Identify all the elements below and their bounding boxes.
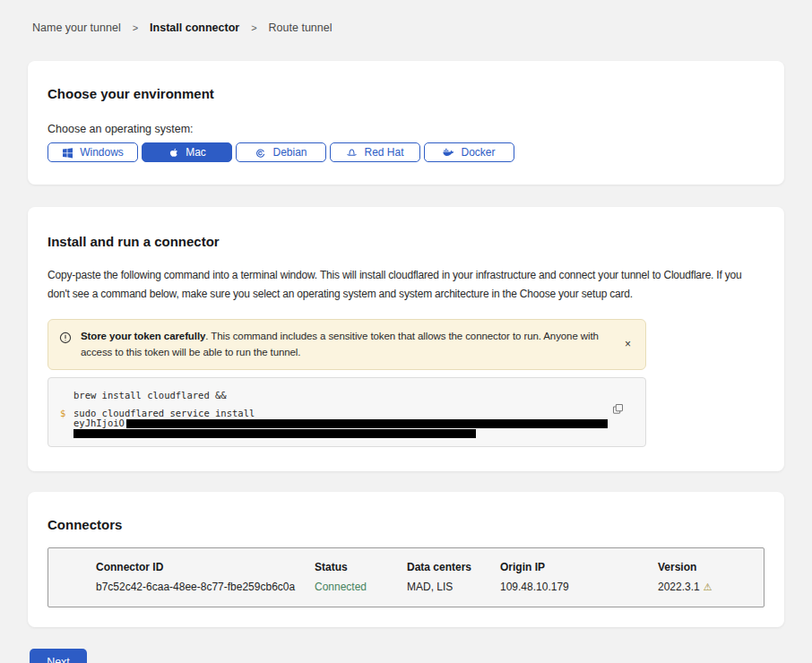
shell-prompt: $ — [60, 409, 65, 418]
install-connector-card: Install and run a connector Copy-paste t… — [28, 207, 784, 471]
os-button-label: Red Hat — [364, 146, 403, 159]
cell-version: 2022.3.1 ⚠ — [658, 581, 755, 593]
os-button-debian[interactable]: Debian — [236, 142, 326, 162]
docker-logo-icon — [443, 147, 454, 159]
breadcrumb-item-install-connector[interactable]: Install connector — [150, 22, 239, 34]
os-button-label: Debian — [272, 146, 307, 159]
warning-message: Store your token carefully. This command… — [81, 328, 612, 362]
redhat-logo-icon — [346, 147, 358, 159]
card-title: Install and run a connector — [48, 234, 764, 249]
os-button-label: Docker — [461, 146, 495, 159]
redacted-token-bar — [73, 429, 476, 438]
os-button-mac[interactable]: Mac — [142, 142, 232, 162]
warning-bold-text: Store your token carefully — [81, 331, 205, 341]
command-line-2: sudo cloudflared service install — [73, 409, 609, 418]
version-value: 2022.3.1 — [658, 581, 700, 593]
install-description: Copy-paste the following command into a … — [48, 266, 764, 304]
connectors-card: Connectors Connector ID Status Data cent… — [28, 492, 784, 627]
cell-data-centers: MAD, LIS — [407, 581, 500, 593]
card-title: Connectors — [48, 517, 764, 532]
status-badge: Connected — [315, 581, 407, 593]
header-version: Version — [658, 561, 755, 573]
os-select-label: Choose an operating system: — [48, 123, 764, 135]
copy-icon[interactable] — [610, 401, 626, 417]
os-button-redhat[interactable]: Red Hat — [330, 142, 420, 162]
cell-connector-id: b7c52c42-6caa-48ee-8c77-fbe259cb6c0a — [96, 581, 315, 593]
command-token-line: eyJhIjoiO — [73, 418, 609, 428]
os-button-docker[interactable]: Docker — [424, 142, 514, 162]
os-button-label: Windows — [80, 146, 124, 159]
redacted-token-bar — [126, 419, 608, 428]
header-data-centers: Data centers — [407, 561, 500, 573]
alert-circle-icon — [59, 332, 72, 344]
os-button-windows[interactable]: Windows — [48, 142, 138, 162]
cell-origin-ip: 109.48.10.179 — [500, 581, 658, 593]
debian-logo-icon — [255, 147, 266, 159]
terminal-command-block: $ brew install cloudflared && sudo cloud… — [48, 377, 646, 447]
command-line-1: brew install cloudflared && — [73, 391, 609, 400]
breadcrumb-separator: > — [133, 22, 138, 33]
windows-logo-icon — [62, 147, 73, 159]
choose-environment-card: Choose your environment Choose an operat… — [28, 61, 784, 185]
card-title: Choose your environment — [48, 86, 764, 101]
table-row: b7c52c42-6caa-48ee-8c77-fbe259cb6c0a Con… — [96, 581, 755, 593]
token-prefix: eyJhIjoiO — [73, 418, 125, 428]
apple-logo-icon — [168, 147, 179, 159]
breadcrumb-separator: > — [251, 22, 256, 33]
warning-triangle-icon: ⚠ — [704, 582, 713, 592]
breadcrumb-item-route-tunnel[interactable]: Route tunnel — [269, 22, 333, 34]
token-warning-banner: Store your token carefully. This command… — [48, 319, 646, 371]
os-button-label: Mac — [186, 146, 206, 159]
header-status: Status — [315, 561, 407, 573]
table-header-row: Connector ID Status Data centers Origin … — [96, 561, 755, 573]
breadcrumb-item-name-your-tunnel[interactable]: Name your tunnel — [32, 22, 121, 34]
close-icon[interactable]: × — [621, 337, 635, 351]
os-button-group: Windows Mac Debian — [48, 142, 764, 162]
breadcrumb: Name your tunnel > Install connector > R… — [0, 0, 812, 34]
header-connector-id: Connector ID — [96, 561, 315, 573]
header-origin-ip: Origin IP — [500, 561, 658, 573]
next-button[interactable]: Next — [30, 649, 87, 663]
connectors-table: Connector ID Status Data centers Origin … — [48, 547, 764, 607]
